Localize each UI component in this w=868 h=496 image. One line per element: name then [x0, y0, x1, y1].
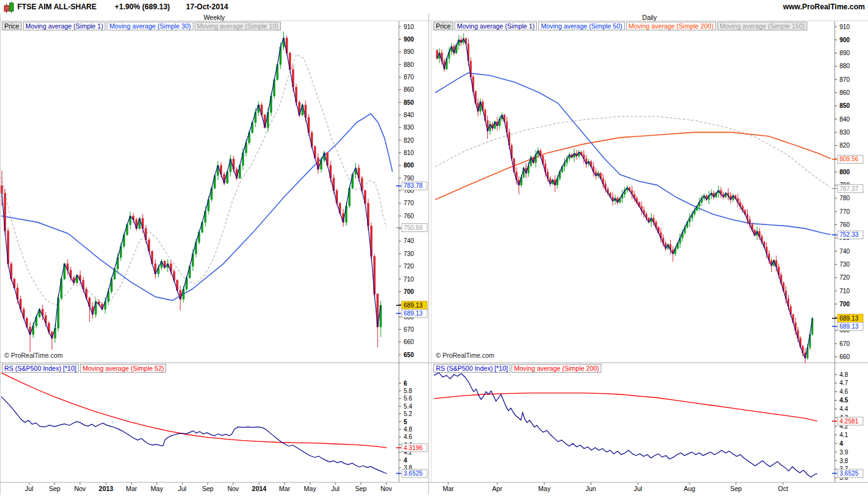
svg-text:860: 860: [404, 86, 414, 93]
svg-text:689.13: 689.13: [839, 323, 859, 330]
svg-text:750.69: 750.69: [404, 224, 423, 231]
weekly-rs-y-axis: 65.85.65.45.254.84.64.44.243.8: [399, 363, 412, 482]
daily-chip-moving-average-simple-200[interactable]: Moving average (Simple 200): [626, 22, 716, 30]
svg-text:830: 830: [404, 124, 414, 131]
daily-chip-price[interactable]: Price: [433, 22, 453, 30]
svg-text:660: 660: [404, 339, 414, 345]
svg-text:770: 770: [839, 208, 850, 215]
daily-indicator-bar: PriceMoving average (Simple 1)Moving ave…: [433, 22, 808, 30]
svg-text:Jul: Jul: [178, 485, 186, 492]
weekly-price-ma-simple-30-line: [1, 113, 392, 300]
svg-text:4.7: 4.7: [839, 379, 848, 386]
daily-price-value-label-787.37: 787.37: [832, 185, 863, 193]
svg-text:689.13: 689.13: [404, 310, 423, 317]
daily-chart-title: Daily: [431, 14, 868, 21]
daily-price-ma-simple-200-line: [435, 132, 831, 200]
svg-text:700: 700: [404, 288, 414, 295]
svg-text:770: 770: [404, 200, 414, 206]
svg-text:4: 4: [404, 457, 407, 464]
svg-text:790: 790: [404, 175, 414, 182]
charts-canvas[interactable]: 9109008908808708608508408308208108007907…: [0, 0, 868, 496]
svg-text:910: 910: [839, 24, 850, 30]
svg-text:May: May: [538, 485, 551, 492]
svg-text:Mar: Mar: [126, 485, 138, 492]
svg-text:4.3196: 4.3196: [404, 445, 423, 451]
daily-price-panel: 9109008908808708608508408308208108007907…: [435, 21, 863, 363]
svg-text:689.13: 689.13: [404, 302, 423, 309]
svg-text:Mar: Mar: [279, 485, 291, 492]
daily-chip-moving-average-simple-1[interactable]: Moving average (Simple 1): [454, 22, 537, 30]
svg-text:752.33: 752.33: [839, 231, 859, 238]
weekly-price-ma-simple-10-line: [1, 55, 386, 306]
daily-rs-chip-rs-s-p500-index-10[interactable]: RS (S&P500 Index) [*10]: [433, 364, 510, 373]
weekly-chip-price[interactable]: Price: [2, 22, 22, 30]
svg-text:850: 850: [404, 99, 414, 106]
svg-text:800: 800: [839, 169, 850, 175]
svg-text:650: 650: [404, 352, 414, 358]
svg-text:670: 670: [404, 326, 414, 333]
svg-text:860: 860: [839, 89, 850, 96]
svg-text:Sep: Sep: [49, 485, 61, 492]
weekly-price-panel: 9109008908808708608508408308208108007907…: [1, 21, 428, 363]
daily-rs-value-label-4.2581: 4.2581: [832, 417, 863, 425]
daily-chip-moving-average-simple-50[interactable]: Moving average (Simple 50): [538, 22, 624, 30]
svg-text:830: 830: [839, 129, 850, 136]
daily-rs-chip-moving-average-simple-200[interactable]: Moving average (Simple 200): [512, 364, 601, 373]
svg-text:4: 4: [839, 440, 843, 447]
svg-text:Jun: Jun: [586, 485, 596, 492]
svg-text:730: 730: [839, 261, 850, 268]
svg-text:700: 700: [839, 301, 850, 308]
daily-price-close-line: [437, 38, 812, 358]
svg-text:760: 760: [839, 221, 850, 228]
svg-text:760: 760: [404, 213, 414, 219]
daily-rs-rs-ma-simple-200-line: [434, 393, 817, 421]
svg-text:6: 6: [404, 380, 407, 387]
svg-text:5.2: 5.2: [404, 410, 412, 417]
daily-rs-panel: 4.84.74.64.54.44.34.24.143.93.83.73.64.2…: [434, 363, 863, 492]
svg-text:2013: 2013: [99, 485, 113, 492]
svg-text:840: 840: [839, 116, 850, 123]
svg-text:4.8: 4.8: [839, 371, 848, 378]
weekly-chip-moving-average-simple-30[interactable]: Moving average (Simple 30): [107, 22, 193, 30]
daily-rs-value-label-3.6525: 3.6525: [832, 469, 863, 477]
svg-text:880: 880: [404, 61, 414, 68]
weekly-chip-moving-average-simple-1[interactable]: Moving average (Simple 1): [23, 22, 105, 30]
svg-text:710: 710: [404, 276, 414, 283]
daily-price-value-label-689.13: 689.13: [832, 314, 863, 322]
daily-rs-indicator-bar: RS (S&P500 Index) [*10]Moving average (S…: [433, 364, 603, 373]
svg-text:2014: 2014: [252, 485, 267, 492]
weekly-chart-title: Weekly: [0, 14, 428, 21]
website-link[interactable]: www.ProRealTime.com: [783, 2, 865, 11]
weekly-rs-chip-rs-s-p500-index-10[interactable]: RS (S&P500 Index) [*10]: [2, 364, 79, 373]
svg-text:5.4: 5.4: [404, 403, 412, 410]
svg-text:870: 870: [839, 76, 850, 83]
svg-text:5: 5: [404, 418, 407, 425]
weekly-price-value-label-783.78: 783.78: [396, 182, 427, 190]
svg-text:May: May: [151, 485, 164, 492]
daily-chip-moving-average-simple-150[interactable]: Moving average (Simple 150): [717, 22, 807, 30]
svg-text:Jul: Jul: [331, 485, 339, 492]
weekly-rs-value-label-3.6525: 3.6525: [396, 469, 427, 477]
svg-text:Jul: Jul: [25, 485, 33, 492]
svg-text:710: 710: [839, 288, 850, 294]
weekly-rs-chip-moving-average-simple-52[interactable]: Moving average (Simple 52): [80, 364, 166, 373]
daily-rs-x-axis: MarAprMayJunJulAugSepOct: [443, 482, 788, 492]
svg-text:3.6525: 3.6525: [404, 470, 423, 477]
svg-text:720: 720: [404, 263, 414, 270]
svg-text:5.8: 5.8: [404, 388, 412, 394]
svg-text:670: 670: [839, 340, 850, 347]
last-date: 17-Oct-2014: [186, 2, 228, 11]
svg-text:Mar: Mar: [443, 485, 454, 492]
svg-text:660: 660: [839, 353, 850, 360]
weekly-chip-moving-average-simple-10[interactable]: Moving average (Simple 10): [195, 22, 281, 30]
svg-text:910: 910: [404, 24, 414, 30]
svg-text:Nov: Nov: [228, 485, 239, 492]
weekly-rs-x-axis: JulSepNov2013MarMayJulSepNov2014MarMayJu…: [25, 482, 392, 492]
weekly-rs-indicator-bar: RS (S&P500 Index) [*10]Moving average (S…: [2, 364, 167, 373]
svg-text:740: 740: [839, 248, 850, 255]
svg-text:4.6: 4.6: [404, 433, 412, 440]
svg-text:4.1: 4.1: [839, 432, 848, 438]
svg-text:Nov: Nov: [74, 485, 86, 492]
svg-text:810: 810: [404, 149, 414, 156]
svg-text:787.37: 787.37: [839, 185, 859, 192]
